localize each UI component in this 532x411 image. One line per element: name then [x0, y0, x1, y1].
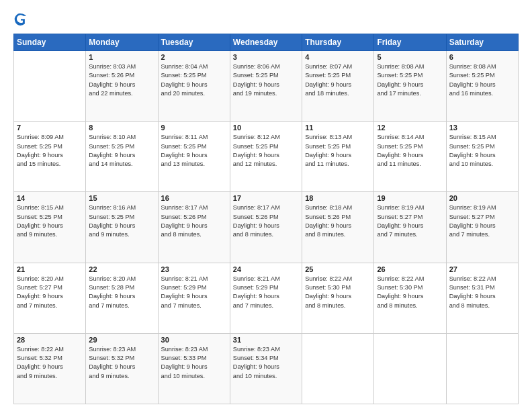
- calendar-cell: 18Sunrise: 8:18 AM Sunset: 5:26 PM Dayli…: [302, 192, 374, 263]
- day-number: 10: [233, 124, 299, 132]
- calendar-cell: 7Sunrise: 8:09 AM Sunset: 5:25 PM Daylig…: [14, 122, 86, 192]
- calendar-cell: 1Sunrise: 8:03 AM Sunset: 5:26 PM Daylig…: [86, 51, 158, 122]
- header: [13, 12, 519, 27]
- day-number: 25: [305, 265, 371, 273]
- calendar-cell: [14, 51, 86, 122]
- calendar-cell: 8Sunrise: 8:10 AM Sunset: 5:25 PM Daylig…: [86, 122, 158, 192]
- day-number: 28: [17, 336, 83, 344]
- day-info: Sunrise: 8:11 AM Sunset: 5:25 PM Dayligh…: [161, 133, 227, 169]
- day-number: 6: [449, 53, 515, 61]
- day-number: 2: [161, 53, 227, 61]
- weekday-header: Sunday: [14, 34, 86, 51]
- day-number: 31: [233, 336, 299, 344]
- day-number: 27: [449, 265, 515, 273]
- calendar-cell: 3Sunrise: 8:06 AM Sunset: 5:25 PM Daylig…: [230, 51, 302, 122]
- calendar-cell: 5Sunrise: 8:08 AM Sunset: 5:25 PM Daylig…: [374, 51, 446, 122]
- logo-icon: [13, 12, 28, 27]
- day-info: Sunrise: 8:07 AM Sunset: 5:25 PM Dayligh…: [305, 62, 371, 98]
- day-info: Sunrise: 8:22 AM Sunset: 5:30 PM Dayligh…: [305, 275, 371, 310]
- weekday-header: Wednesday: [230, 34, 302, 51]
- day-info: Sunrise: 8:06 AM Sunset: 5:25 PM Dayligh…: [233, 62, 299, 98]
- day-info: Sunrise: 8:13 AM Sunset: 5:25 PM Dayligh…: [305, 133, 371, 169]
- weekday-header: Monday: [86, 34, 158, 51]
- day-number: 29: [89, 336, 154, 344]
- calendar-week-row: 7Sunrise: 8:09 AM Sunset: 5:25 PM Daylig…: [14, 122, 519, 192]
- calendar-cell: 21Sunrise: 8:20 AM Sunset: 5:27 PM Dayli…: [14, 263, 86, 333]
- day-number: 23: [161, 265, 227, 273]
- page: SundayMondayTuesdayWednesdayThursdayFrid…: [0, 0, 532, 411]
- calendar-cell: 28Sunrise: 8:22 AM Sunset: 5:32 PM Dayli…: [14, 333, 86, 404]
- calendar-cell: 12Sunrise: 8:14 AM Sunset: 5:25 PM Dayli…: [374, 122, 446, 192]
- day-info: Sunrise: 8:23 AM Sunset: 5:34 PM Dayligh…: [233, 345, 299, 381]
- day-number: 24: [233, 265, 299, 273]
- day-info: Sunrise: 8:14 AM Sunset: 5:25 PM Dayligh…: [377, 133, 443, 169]
- calendar-cell: 24Sunrise: 8:21 AM Sunset: 5:29 PM Dayli…: [230, 263, 302, 333]
- day-number: 7: [17, 124, 83, 132]
- calendar-cell: 4Sunrise: 8:07 AM Sunset: 5:25 PM Daylig…: [302, 51, 374, 122]
- calendar-cell: 20Sunrise: 8:19 AM Sunset: 5:27 PM Dayli…: [446, 192, 518, 263]
- calendar-table: SundayMondayTuesdayWednesdayThursdayFrid…: [13, 34, 519, 404]
- day-info: Sunrise: 8:15 AM Sunset: 5:25 PM Dayligh…: [17, 203, 83, 239]
- day-info: Sunrise: 8:21 AM Sunset: 5:29 PM Dayligh…: [233, 275, 299, 310]
- day-number: 14: [17, 194, 83, 202]
- calendar-week-row: 1Sunrise: 8:03 AM Sunset: 5:26 PM Daylig…: [14, 51, 519, 122]
- day-info: Sunrise: 8:04 AM Sunset: 5:25 PM Dayligh…: [161, 62, 227, 98]
- calendar-cell: 15Sunrise: 8:16 AM Sunset: 5:25 PM Dayli…: [86, 192, 158, 263]
- weekday-header: Thursday: [302, 34, 374, 51]
- day-number: 13: [449, 124, 515, 132]
- calendar-week-row: 28Sunrise: 8:22 AM Sunset: 5:32 PM Dayli…: [14, 333, 519, 404]
- calendar-cell: 17Sunrise: 8:17 AM Sunset: 5:26 PM Dayli…: [230, 192, 302, 263]
- day-info: Sunrise: 8:08 AM Sunset: 5:25 PM Dayligh…: [377, 62, 443, 98]
- day-number: 1: [89, 53, 154, 61]
- day-info: Sunrise: 8:15 AM Sunset: 5:25 PM Dayligh…: [449, 133, 515, 169]
- logo: [13, 12, 31, 27]
- day-number: 26: [377, 265, 443, 273]
- calendar-cell: 23Sunrise: 8:21 AM Sunset: 5:29 PM Dayli…: [158, 263, 230, 333]
- calendar-cell: 19Sunrise: 8:19 AM Sunset: 5:27 PM Dayli…: [374, 192, 446, 263]
- calendar-cell: 26Sunrise: 8:22 AM Sunset: 5:30 PM Dayli…: [374, 263, 446, 333]
- day-info: Sunrise: 8:21 AM Sunset: 5:29 PM Dayligh…: [161, 275, 227, 310]
- calendar-week-row: 21Sunrise: 8:20 AM Sunset: 5:27 PM Dayli…: [14, 263, 519, 333]
- day-info: Sunrise: 8:20 AM Sunset: 5:27 PM Dayligh…: [17, 275, 83, 310]
- day-number: 11: [305, 124, 371, 132]
- day-info: Sunrise: 8:17 AM Sunset: 5:26 PM Dayligh…: [233, 203, 299, 239]
- day-info: Sunrise: 8:12 AM Sunset: 5:25 PM Dayligh…: [233, 133, 299, 169]
- day-number: 16: [161, 194, 227, 202]
- day-number: 8: [89, 124, 154, 132]
- day-number: 9: [161, 124, 227, 132]
- calendar-cell: 13Sunrise: 8:15 AM Sunset: 5:25 PM Dayli…: [446, 122, 518, 192]
- day-info: Sunrise: 8:19 AM Sunset: 5:27 PM Dayligh…: [449, 203, 515, 239]
- day-info: Sunrise: 8:20 AM Sunset: 5:28 PM Dayligh…: [89, 275, 154, 310]
- calendar-cell: 10Sunrise: 8:12 AM Sunset: 5:25 PM Dayli…: [230, 122, 302, 192]
- day-number: 17: [233, 194, 299, 202]
- calendar-cell: 9Sunrise: 8:11 AM Sunset: 5:25 PM Daylig…: [158, 122, 230, 192]
- calendar-cell: 14Sunrise: 8:15 AM Sunset: 5:25 PM Dayli…: [14, 192, 86, 263]
- calendar-week-row: 14Sunrise: 8:15 AM Sunset: 5:25 PM Dayli…: [14, 192, 519, 263]
- day-info: Sunrise: 8:22 AM Sunset: 5:30 PM Dayligh…: [377, 275, 443, 310]
- day-info: Sunrise: 8:22 AM Sunset: 5:32 PM Dayligh…: [17, 345, 83, 381]
- day-info: Sunrise: 8:19 AM Sunset: 5:27 PM Dayligh…: [377, 203, 443, 239]
- weekday-header: Saturday: [446, 34, 518, 51]
- day-info: Sunrise: 8:16 AM Sunset: 5:25 PM Dayligh…: [89, 203, 154, 239]
- calendar-cell: [302, 333, 374, 404]
- day-info: Sunrise: 8:03 AM Sunset: 5:26 PM Dayligh…: [89, 62, 154, 98]
- day-info: Sunrise: 8:10 AM Sunset: 5:25 PM Dayligh…: [89, 133, 154, 169]
- day-number: 19: [377, 194, 443, 202]
- day-number: 15: [89, 194, 154, 202]
- weekday-header: Friday: [374, 34, 446, 51]
- calendar-cell: 29Sunrise: 8:23 AM Sunset: 5:32 PM Dayli…: [86, 333, 158, 404]
- day-number: 18: [305, 194, 371, 202]
- day-info: Sunrise: 8:22 AM Sunset: 5:31 PM Dayligh…: [449, 275, 515, 310]
- day-number: 4: [305, 53, 371, 61]
- day-info: Sunrise: 8:08 AM Sunset: 5:25 PM Dayligh…: [449, 62, 515, 98]
- day-number: 5: [377, 53, 443, 61]
- calendar-cell: 2Sunrise: 8:04 AM Sunset: 5:25 PM Daylig…: [158, 51, 230, 122]
- day-number: 12: [377, 124, 443, 132]
- day-info: Sunrise: 8:23 AM Sunset: 5:33 PM Dayligh…: [161, 345, 227, 381]
- weekday-header: Tuesday: [158, 34, 230, 51]
- day-number: 22: [89, 265, 154, 273]
- calendar-cell: 16Sunrise: 8:17 AM Sunset: 5:26 PM Dayli…: [158, 192, 230, 263]
- day-number: 21: [17, 265, 83, 273]
- calendar-cell: 11Sunrise: 8:13 AM Sunset: 5:25 PM Dayli…: [302, 122, 374, 192]
- calendar-cell: [446, 333, 518, 404]
